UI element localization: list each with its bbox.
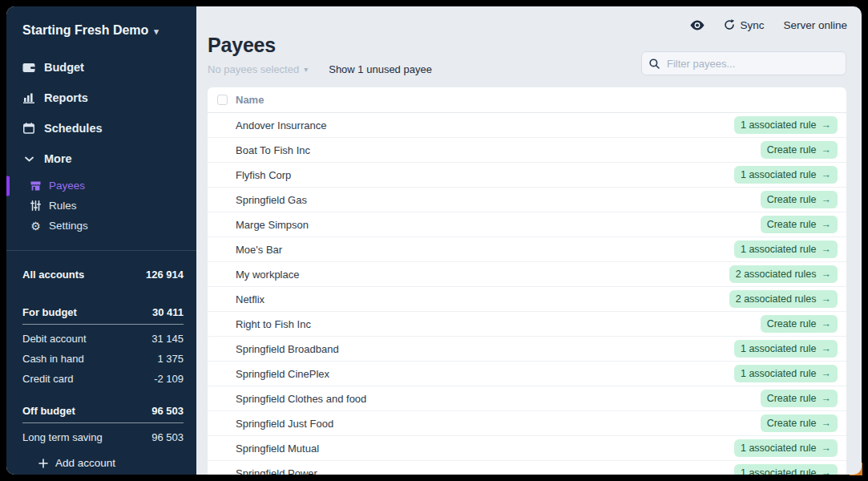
for-budget-header-row[interactable]: For budget 30 411 — [22, 301, 184, 325]
account-row-long-term-saving[interactable]: Long term saving 96 503 — [22, 427, 184, 447]
payee-name: Right to Fish Inc — [236, 318, 311, 330]
sidebar-item-payees[interactable]: Payees — [6, 176, 196, 196]
show-unused-payee-link[interactable]: Show 1 unused payee — [329, 63, 432, 75]
accounts-panel: All accounts 126 914 For budget 30 411 D… — [6, 250, 196, 475]
sync-button[interactable]: Sync — [724, 19, 764, 31]
table-row[interactable]: Flyfish Corp 1 associated rule → — [208, 163, 846, 188]
rule-badge[interactable]: 1 associated rule → — [734, 464, 838, 475]
payee-name: Flyfish Corp — [236, 169, 291, 181]
badge-label: Create rule — [767, 144, 817, 156]
chevron-down-icon — [22, 156, 35, 162]
payees-table: Name Andover Insurrance 1 associated rul… — [208, 87, 846, 475]
filter-payees-input[interactable] — [665, 57, 838, 71]
gear-icon: ⚙ — [30, 220, 42, 232]
badge-label: Create rule — [767, 194, 817, 205]
table-row[interactable]: My workplace 2 associated rules → — [208, 262, 846, 287]
select-all-checkbox[interactable] — [217, 95, 228, 105]
table-row[interactable]: Springfield Power 1 associated rule → — [208, 461, 846, 475]
sidebar-nav: Budget Reports Schedules More — [6, 47, 196, 237]
table-header: Name — [208, 87, 846, 113]
sync-label: Sync — [740, 19, 764, 31]
rule-badge[interactable]: 1 associated rule → — [734, 340, 838, 358]
sidebar-item-label: More — [44, 152, 72, 165]
arrow-right-icon: → — [822, 219, 832, 230]
payee-name: Marge Simpson — [236, 219, 309, 231]
payee-name: Springfield Clothes and food — [236, 393, 366, 405]
account-row-cash[interactable]: Cash in hand 1 375 — [22, 349, 184, 369]
rule-badge[interactable]: 1 associated rule → — [734, 116, 838, 134]
table-row[interactable]: Boat To Fish Inc Create rule → — [208, 138, 846, 163]
table-row[interactable]: Springfield Just Food Create rule → — [208, 411, 846, 436]
rule-badge[interactable]: Create rule → — [761, 390, 838, 407]
table-row[interactable]: Springfield Clothes and food Create rule… — [208, 386, 846, 411]
selection-dropdown[interactable]: No payees selected ▾ — [208, 63, 308, 75]
sidebar-item-reports[interactable]: Reports — [6, 83, 196, 113]
add-account-button[interactable]: Add account — [22, 447, 184, 475]
table-row[interactable]: Springfield Mutual 1 associated rule → — [208, 436, 846, 461]
rule-badge[interactable]: 2 associated rules → — [729, 265, 838, 283]
name-column-header: Name — [236, 94, 264, 106]
table-row[interactable]: Marge Simpson Create rule → — [208, 212, 846, 237]
sidebar-item-label: Budget — [44, 61, 84, 74]
rule-badge[interactable]: 1 associated rule → — [734, 166, 838, 184]
main-area: Sync Server online Payees No payees sele… — [196, 6, 862, 475]
badge-label: Create rule — [767, 219, 817, 230]
rule-badge[interactable]: Create rule → — [761, 315, 838, 333]
rule-badge[interactable]: Create rule → — [761, 216, 838, 233]
sidebar-item-more[interactable]: More — [6, 143, 196, 174]
for-budget-accounts: Debit account 31 145 Cash in hand 1 375 … — [22, 325, 184, 389]
table-row[interactable]: Andover Insurrance 1 associated rule → — [208, 113, 846, 138]
rule-badge[interactable]: 1 associated rule → — [734, 439, 838, 457]
arrow-right-icon: → — [822, 194, 832, 205]
sidebar-item-settings[interactable]: ⚙ Settings — [6, 216, 196, 236]
badge-label: Create rule — [767, 318, 817, 329]
account-row-credit-card[interactable]: Credit card -2 109 — [22, 369, 184, 389]
table-row[interactable]: Netflix 2 associated rules → — [208, 287, 846, 312]
sidebar-item-schedules[interactable]: Schedules — [6, 113, 196, 143]
off-budget-header-row[interactable]: Off budget 96 503 — [22, 400, 184, 423]
privacy-eye-button[interactable] — [690, 20, 704, 30]
sidebar: Starting Fresh Demo ▾ Budget Reports — [6, 6, 196, 475]
account-row-debit[interactable]: Debit account 31 145 — [22, 329, 184, 349]
all-accounts-row[interactable]: All accounts 126 914 — [22, 261, 184, 290]
eye-icon — [690, 20, 704, 30]
filter-payees-searchbox[interactable] — [641, 51, 846, 75]
rule-badge[interactable]: Create rule → — [761, 191, 838, 208]
rule-badge[interactable]: Create rule → — [761, 414, 838, 432]
arrow-right-icon: → — [822, 293, 832, 305]
table-row[interactable]: Springfield Gas Create rule → — [208, 188, 846, 212]
badge-label: 1 associated rule — [741, 244, 817, 255]
chevron-down-icon: ▾ — [304, 65, 308, 74]
account-balance: 30 411 — [152, 306, 184, 318]
badge-label: Create rule — [767, 393, 817, 404]
table-row[interactable]: Right to Fish Inc Create rule → — [208, 312, 846, 337]
arrow-right-icon: → — [822, 244, 832, 255]
account-label: Off budget — [22, 405, 75, 417]
table-row[interactable]: Moe's Bar 1 associated rule → — [208, 237, 846, 262]
account-balance: 126 914 — [146, 269, 184, 281]
page-title: Payees — [208, 33, 432, 57]
rule-badge[interactable]: Create rule → — [761, 141, 838, 159]
badge-label: 1 associated rule — [741, 368, 817, 379]
arrow-right-icon: → — [822, 269, 832, 280]
sidebar-item-rules[interactable]: Rules — [6, 196, 196, 216]
sidebar-subnav: Payees Rules ⚙ Settings — [6, 174, 196, 237]
server-status-button[interactable]: Server online — [783, 19, 847, 31]
payee-name: Springfield Gas — [236, 194, 307, 206]
arrow-right-icon: → — [822, 144, 832, 156]
table-row[interactable]: Springfield CinePlex 1 associated rule → — [208, 362, 846, 386]
arrow-right-icon: → — [822, 318, 832, 329]
active-indicator — [6, 176, 10, 196]
payee-name: Springfield Broadband — [236, 343, 339, 355]
badge-label: Create rule — [767, 418, 817, 429]
budget-file-menu[interactable]: Starting Fresh Demo ▾ — [6, 6, 196, 47]
sidebar-item-budget[interactable]: Budget — [6, 52, 196, 83]
rule-badge[interactable]: 2 associated rules → — [729, 290, 838, 308]
sidebar-item-label: Rules — [49, 200, 77, 212]
page-header: Payees No payees selected ▾ Show 1 unuse… — [196, 33, 862, 75]
rule-badge[interactable]: 1 associated rule → — [734, 365, 838, 382]
rule-badge[interactable]: 1 associated rule → — [734, 240, 838, 258]
sync-icon — [724, 19, 735, 30]
table-row[interactable]: Springfield Broadband 1 associated rule … — [208, 337, 846, 362]
payee-name: Andover Insurrance — [236, 119, 326, 131]
